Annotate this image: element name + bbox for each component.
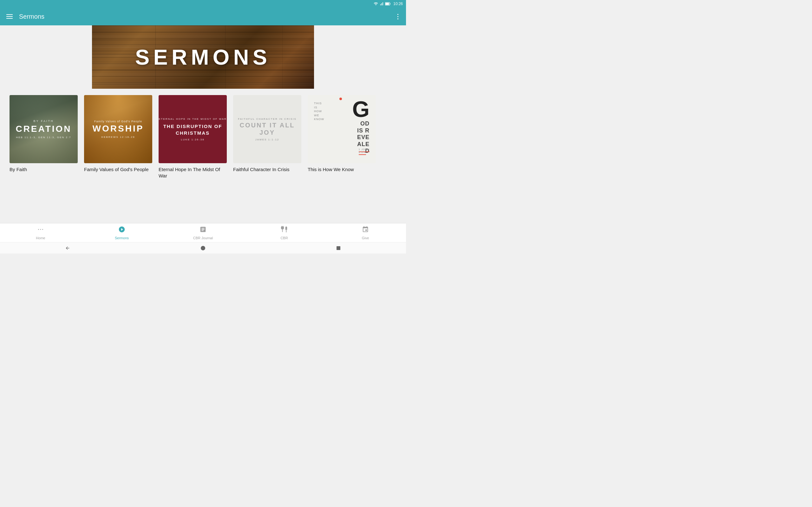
hero-title: SERMONS	[135, 45, 271, 69]
svg-point-4	[40, 229, 41, 230]
app-bar-title: Sermons	[19, 13, 395, 20]
sermon-title-by-faith: By Faith	[9, 166, 78, 173]
how-we-know-ref: 1 JOHN1:1-4	[359, 148, 369, 154]
sermon-title-worship: Family Values of God's People	[84, 166, 152, 173]
home-nav-icon	[37, 226, 44, 235]
bottom-navigation: Home Sermons CBR Journal	[0, 223, 406, 253]
svg-rect-2	[390, 3, 391, 5]
how-we-know-right-text: G ODIS REVEALED	[352, 98, 369, 155]
cbr-journal-nav-label: CBR Journal	[193, 236, 213, 240]
worship-label-family: Family Values of God's People	[93, 120, 144, 123]
faithful-label-big: COUNT IT ALL JOY	[233, 122, 301, 136]
sermon-item-faithful-character[interactable]: FAITHFUL CHARACTER IN CRISIS COUNT IT AL…	[233, 95, 301, 179]
svg-point-5	[42, 229, 43, 230]
time-display: 10:26	[393, 2, 403, 6]
sermon-item-by-faith[interactable]: BY FAITH CREATION HEB 11:1-3, GEN 11:3, …	[9, 95, 78, 179]
by-faith-label-small: BY FAITH	[15, 119, 71, 123]
more-options-button[interactable]: ⋮	[395, 13, 401, 20]
back-button[interactable]	[64, 245, 71, 251]
sermon-title-eternal-hope: Eternal Hope In The Midst Of War	[159, 166, 227, 179]
wifi-icon	[374, 2, 378, 6]
eternal-label-big: THE DISRUPTION OF CHRISTMAS	[159, 123, 227, 136]
sermons-nav-icon	[118, 226, 125, 235]
nav-item-give[interactable]: Give	[325, 223, 406, 242]
by-faith-label-big: CREATION	[15, 124, 71, 134]
worship-ref: HEBREWS 12:18-28	[93, 135, 144, 138]
sermon-title-faithful-character: Faithful Character In Crisis	[233, 166, 301, 173]
sermon-grid: BY FAITH CREATION HEB 11:1-3, GEN 11:3, …	[0, 89, 406, 185]
sermon-card-by-faith: BY FAITH CREATION HEB 11:1-3, GEN 11:3, …	[9, 95, 78, 163]
nav-item-cbr-journal[interactable]: CBR Journal	[162, 223, 244, 242]
nav-item-sermons[interactable]: Sermons	[81, 223, 162, 242]
card-pin	[339, 98, 342, 100]
home-button[interactable]	[200, 245, 206, 251]
cbr-journal-nav-icon	[200, 226, 206, 235]
sermon-item-eternal-hope[interactable]: ETERNAL HOPE IN THE MIDST OF WAR THE DIS…	[159, 95, 227, 179]
sermon-card-how-we-know: THISISHOWWEKNOW G ODIS REVEALED 1 JOHN1:…	[308, 95, 376, 163]
signal-icon	[379, 2, 384, 6]
app-bar: Sermons ⋮	[0, 8, 406, 25]
how-we-know-left-text: THISISHOWWEKNOW	[314, 101, 324, 121]
eternal-ref: LUKE 1:26-38	[159, 138, 227, 141]
svg-rect-1	[386, 3, 389, 5]
hamburger-menu-button[interactable]	[5, 13, 14, 20]
sermon-title-how-we-know: This is How We Know	[308, 166, 376, 173]
svg-point-3	[38, 229, 39, 230]
recent-apps-button[interactable]	[335, 245, 342, 251]
by-faith-ref: HEB 11:1-3, GEN 11:3, GEN 2:7	[15, 136, 71, 139]
battery-icon	[385, 2, 391, 6]
sermon-item-how-we-know[interactable]: THISISHOWWEKNOW G ODIS REVEALED 1 JOHN1:…	[308, 95, 376, 179]
eternal-label-small: ETERNAL HOPE IN THE MIDST OF WAR	[159, 118, 227, 120]
nav-item-home[interactable]: Home	[0, 223, 81, 242]
bottom-nav-items: Home Sermons CBR Journal	[0, 223, 406, 242]
home-nav-label: Home	[36, 236, 45, 240]
main-content: SERMONS BY FAITH CREATION HEB 11:1-3, GE…	[0, 25, 406, 223]
faithful-ref: JAMES 1:1-12	[233, 138, 301, 141]
hero-background: SERMONS	[92, 25, 314, 89]
status-icons: 10:26	[374, 2, 403, 6]
sermon-card-faithful-character: FAITHFUL CHARACTER IN CRISIS COUNT IT AL…	[233, 95, 301, 163]
sermon-card-eternal-hope: ETERNAL HOPE IN THE MIDST OF WAR THE DIS…	[159, 95, 227, 163]
cbr-nav-icon	[281, 226, 288, 235]
sermon-item-worship[interactable]: Family Values of God's People WORSHIP HE…	[84, 95, 152, 179]
sermon-card-worship: Family Values of God's People WORSHIP HE…	[84, 95, 152, 163]
status-bar: 10:26	[0, 0, 406, 8]
faithful-label-small: FAITHFUL CHARACTER IN CRISIS	[233, 118, 301, 120]
sermons-nav-label: Sermons	[115, 236, 129, 240]
system-navigation-bar	[0, 242, 406, 253]
nav-item-cbr[interactable]: CBR	[244, 223, 325, 242]
give-nav-icon	[362, 226, 369, 235]
give-nav-label: Give	[362, 236, 369, 240]
worship-label-big: WORSHIP	[93, 124, 144, 134]
hero-banner: SERMONS	[92, 25, 314, 89]
cbr-nav-label: CBR	[281, 236, 288, 240]
